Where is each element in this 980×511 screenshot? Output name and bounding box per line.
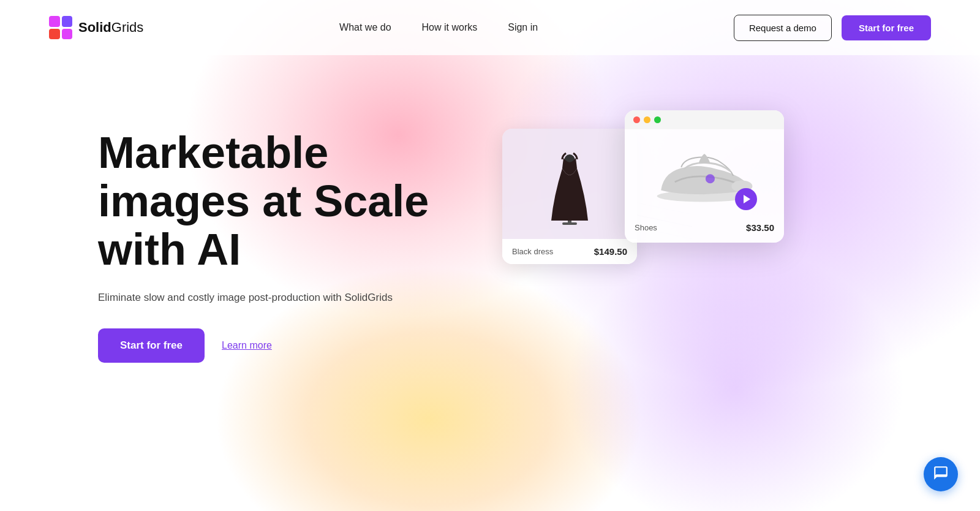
chat-button[interactable] <box>924 457 958 491</box>
dot-red <box>633 116 640 123</box>
hero-section: Marketable images at Scale with AI Elimi… <box>0 55 980 411</box>
play-icon <box>744 195 750 203</box>
dress-image <box>502 129 637 239</box>
product-card-dress: Black dress $149.50 <box>502 129 637 264</box>
hero-actions: Start for free Learn more <box>98 328 441 363</box>
dot-green <box>654 116 661 123</box>
dot-yellow <box>644 116 650 123</box>
play-button[interactable] <box>735 188 757 210</box>
shoe-card-body <box>625 129 784 222</box>
logo-cell-4 <box>62 29 73 40</box>
nav-links: What we do How it works Sign in <box>339 22 538 33</box>
shoe-price: $33.50 <box>746 222 774 233</box>
browser-titlebar <box>625 110 784 129</box>
chat-icon <box>933 465 949 483</box>
logo-grid <box>49 16 72 39</box>
nav-how-it-works[interactable]: How it works <box>422 22 478 33</box>
nav-actions: Request a demo Start for free <box>734 15 931 41</box>
logo-regular: Grids <box>111 20 144 35</box>
shoe-card-footer: Shoes $33.50 <box>625 222 784 243</box>
logo-bold: Solid <box>78 20 111 35</box>
logo-cell-2 <box>62 16 73 27</box>
logo[interactable]: SolidGrids <box>49 16 143 39</box>
nav-start-free-button[interactable]: Start for free <box>842 15 931 40</box>
nav-sign-in[interactable]: Sign in <box>508 22 538 33</box>
dress-label: Black dress <box>512 247 553 256</box>
hero-title: Marketable images at Scale with AI <box>98 129 441 274</box>
logo-cell-1 <box>49 16 60 27</box>
request-demo-button[interactable]: Request a demo <box>734 15 832 41</box>
hero-right: Black dress $149.50 <box>466 104 931 411</box>
product-card-shoe: Shoes $33.50 <box>625 110 784 243</box>
nav-what-we-do[interactable]: What we do <box>339 22 391 33</box>
dress-svg <box>545 141 594 227</box>
shoe-label: Shoes <box>635 223 657 232</box>
svg-point-8 <box>706 174 715 183</box>
shoe-image-container <box>649 139 760 213</box>
dress-price: $149.50 <box>594 246 627 257</box>
logo-cell-3 <box>49 29 60 40</box>
dress-card-footer: Black dress $149.50 <box>502 239 637 264</box>
navbar: SolidGrids What we do How it works Sign … <box>0 0 980 55</box>
svg-rect-4 <box>562 222 577 225</box>
hero-start-free-button[interactable]: Start for free <box>98 328 205 363</box>
logo-text: SolidGrids <box>78 20 143 36</box>
hero-subtitle: Eliminate slow and costly image post-pro… <box>98 292 441 304</box>
hero-learn-more-button[interactable]: Learn more <box>222 340 272 351</box>
hero-left: Marketable images at Scale with AI Elimi… <box>98 104 441 363</box>
